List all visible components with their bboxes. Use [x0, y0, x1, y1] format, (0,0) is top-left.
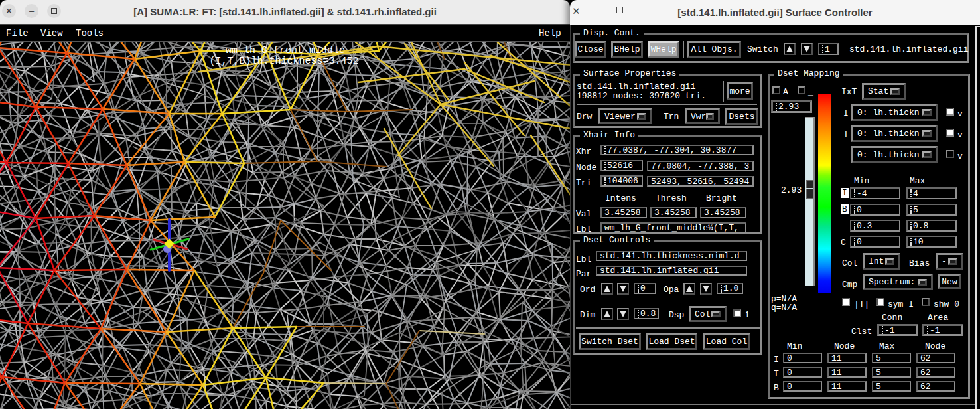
- svg-text:(I,T,B)lh.thickness=3.452: (I,T,B)lh.thickness=3.452: [209, 56, 358, 67]
- svg-text:wm_lh_G_front_middle: wm_lh_G_front_middle: [226, 45, 345, 56]
